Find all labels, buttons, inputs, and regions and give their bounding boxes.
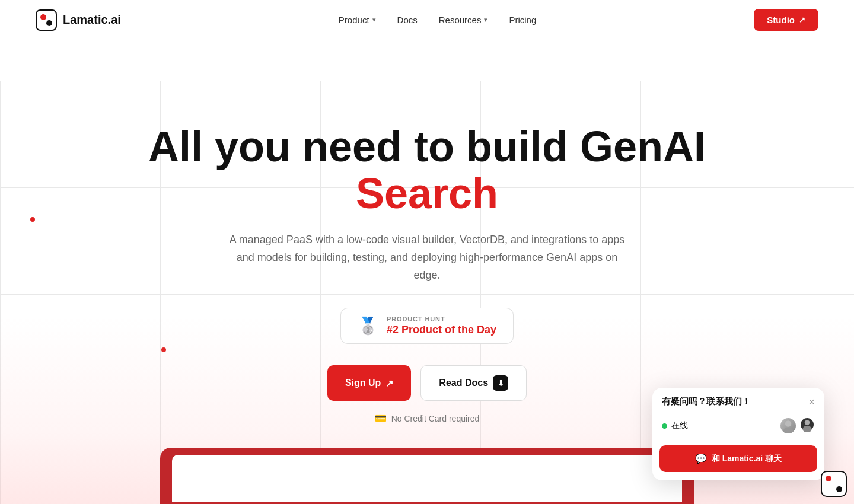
floating-logo-icon [821, 471, 847, 497]
dashboard-inner [172, 455, 682, 502]
svg-point-0 [785, 420, 791, 426]
hero-title-accent: Search [148, 170, 706, 217]
dashboard-preview [160, 448, 694, 504]
logo[interactable]: Lamatic.ai [36, 9, 121, 31]
nav-pricing[interactable]: Pricing [509, 15, 536, 25]
product-hunt-badge[interactable]: 🥈 PRODUCT HUNT #2 Product of the Day [340, 308, 514, 344]
external-link-icon: ↗ [799, 15, 805, 24]
online-label: 在线 [671, 420, 688, 431]
logo-icon [36, 9, 57, 31]
chat-avatars [779, 417, 815, 435]
svg-point-1 [783, 428, 793, 435]
nav-links: Product ▾ Docs Resources ▾ Pricing [339, 15, 536, 25]
ph-label: PRODUCT HUNT [387, 315, 496, 323]
start-chat-button[interactable]: 💬 和 Lamatic.ai 聊天 [659, 445, 817, 472]
online-status: 在线 [662, 420, 688, 431]
credit-card-icon: 💳 [375, 413, 387, 424]
brand-name: Lamatic.ai [63, 13, 121, 27]
ph-product: #2 Product of the Day [387, 324, 496, 336]
floating-logo[interactable] [821, 471, 847, 497]
arrow-icon: ↗ [385, 378, 393, 389]
chat-close-button[interactable]: × [808, 396, 815, 409]
hero-title: All you need to build GenAI Search [148, 123, 706, 217]
svg-point-3 [802, 426, 811, 432]
chat-header: 有疑问吗？联系我们！ × [652, 388, 824, 414]
studio-button[interactable]: Studio ↗ [754, 9, 818, 31]
hero-subtitle: A managed PaaS with a low-code visual bu… [225, 231, 629, 284]
decorative-dot-top [30, 217, 35, 222]
chat-widget: 有疑问吗？联系我们！ × 在线 💬 和 Lamat [652, 388, 824, 480]
navbar: Lamatic.ai Product ▾ Docs Resources ▾ Pr… [0, 0, 854, 40]
chat-btn-row: 💬 和 Lamatic.ai 聊天 [652, 441, 824, 480]
avatar-1 [779, 417, 797, 435]
nav-product[interactable]: Product ▾ [339, 15, 376, 25]
decorative-dot-bottom [161, 347, 166, 352]
chat-title: 有疑问吗？联系我们！ [662, 396, 751, 407]
online-indicator [662, 423, 667, 429]
message-icon: 💬 [695, 453, 707, 464]
chevron-down-icon: ▾ [372, 16, 376, 24]
ph-text: PRODUCT HUNT #2 Product of the Day [387, 315, 496, 336]
svg-point-2 [805, 420, 810, 425]
no-credit-note: 💳 No Credit Card required [375, 413, 480, 424]
signup-button[interactable]: Sign Up ↗ [327, 365, 411, 401]
chevron-down-icon-2: ▾ [484, 16, 487, 24]
nav-docs[interactable]: Docs [397, 15, 418, 25]
medal-icon: 🥈 [358, 316, 378, 336]
nav-resources[interactable]: Resources ▾ [439, 15, 488, 25]
read-docs-button[interactable]: Read Docs ⬇ [420, 365, 527, 401]
download-icon: ⬇ [493, 375, 508, 391]
nav-actions: Studio ↗ [754, 9, 818, 31]
avatar-2 [799, 417, 815, 432]
cta-buttons: Sign Up ↗ Read Docs ⬇ [327, 365, 527, 401]
chat-online-row: 在线 [652, 414, 824, 441]
